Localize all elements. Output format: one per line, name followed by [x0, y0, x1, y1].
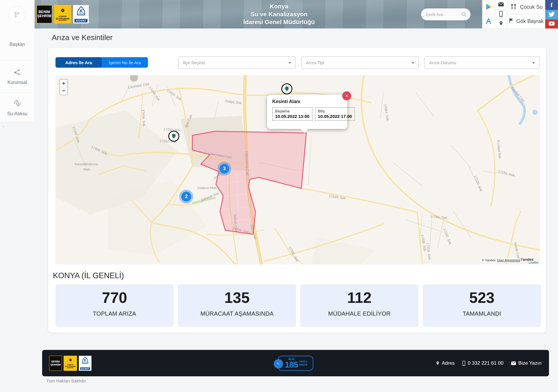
outage-pin-marker[interactable] [168, 131, 179, 142]
cocuk-su-button[interactable]: Çocuk Su [507, 0, 545, 14]
popup-close-button[interactable]: ✕ [342, 91, 351, 100]
stat-label: TAMAMLANDI [423, 310, 541, 317]
alo-line1: ARIZA [299, 360, 307, 363]
benim-line1: BENİM [38, 10, 50, 14]
facebook-button[interactable]: f [545, 0, 558, 10]
water-recycle-icon [13, 99, 22, 109]
sidebar-item-su-atiksu[interactable]: Su-Atıksu [0, 93, 35, 122]
konya-emblem-icon [60, 8, 66, 15]
mobile-button[interactable] [495, 10, 507, 19]
footer: BENİM ŞEHRİM KONYA BÜYÜKŞEHİR BELEDİYESİ… [42, 350, 549, 376]
twitter-button[interactable] [545, 10, 558, 19]
stats-heading: KONYA (İL GENELİ) [53, 271, 124, 280]
benim-line2: ŞEHRİM [37, 14, 51, 18]
header: BENİM ŞEHRİM KONYA BÜYÜKŞEHİR BELEDİYESİ… [0, 0, 558, 28]
district-select-value: İlçe Seçiniz [183, 60, 205, 65]
koski-arch-icon: K [81, 357, 90, 366]
stat-value: 770 [56, 289, 174, 306]
alo-number: 185 [285, 361, 298, 369]
koski-logo[interactable]: K KOSKİ [73, 5, 89, 24]
fault-status-select[interactable]: Arıza Durumu [424, 56, 539, 69]
page: { "header": { "title": { "line1": "Konya… [0, 0, 558, 392]
google-play-icon [485, 3, 492, 12]
map-zoom-control: + − [59, 79, 68, 95]
popup-start-label: Başlama: [275, 109, 310, 113]
email-button[interactable] [495, 0, 507, 10]
map-attribution: © Yandex User Agreement [481, 258, 521, 262]
leaflet-link[interactable]: Leaflet [529, 261, 538, 264]
location-button[interactable] [495, 19, 507, 28]
footer-write-link[interactable]: Bize Yazın [511, 360, 541, 366]
footer-logos: BENİM ŞEHRİM KONYA BÜYÜKŞEHİR BELEDİYESİ… [49, 356, 92, 371]
popup-end-label: Bitiş: [318, 109, 352, 113]
sidebar-item-baskan[interactable]: Başkan [0, 28, 35, 60]
footer-phone-number: 0 332 221 61 00 [468, 360, 503, 366]
popup-tail [301, 129, 308, 137]
header-search [421, 8, 471, 20]
envelope-icon [511, 361, 516, 365]
search-icon[interactable] [461, 11, 467, 18]
site-title-line3: İdaresi Genel Müdürlüğü [174, 18, 384, 26]
stat-value: 523 [423, 289, 541, 306]
sidebar-item-kurumsal[interactable]: Kurumsal [0, 60, 35, 93]
stat-card-tamamlandi: 523 TAMAMLANDI [423, 284, 541, 327]
footer-address-link[interactable]: Adres [436, 360, 455, 366]
envelope-icon [498, 2, 504, 8]
sidebar-item-label: Kurumsal [8, 80, 27, 85]
search-mode-tabs: Adres İle Ara İşemri No İle Ara [56, 57, 148, 68]
phone-icon [274, 359, 283, 368]
search-input[interactable] [426, 12, 459, 17]
tab-isemri-no-ile-ara[interactable]: İşemri No İle Ara [102, 57, 148, 68]
children-icon [510, 4, 517, 11]
copyright-text: Tüm Hakları Saklıdır. [46, 378, 87, 383]
stat-label: MÜDAHALE EDİLİYOR [300, 310, 419, 317]
zoom-out-button[interactable]: − [60, 87, 67, 95]
google-play-button[interactable] [482, 0, 495, 14]
fault-type-select-value: Arıza Tipi [306, 60, 324, 65]
twitter-icon [548, 12, 555, 18]
konya-buyuksehir-logo-footer[interactable]: KONYA BÜYÜKŞEHİR BELEDİYESİ [64, 356, 77, 371]
green-pin-icon [171, 133, 177, 139]
popup-title: Kesinti Alanı [272, 99, 342, 104]
site-title-line2: Su ve Kanalizasyon [174, 10, 384, 18]
share-nodes-icon [13, 68, 21, 77]
mobile-phone-icon [499, 11, 503, 18]
popup-start-box: Başlama: 10.05.2022 13:00 [272, 107, 312, 121]
app-store-button[interactable] [482, 14, 495, 28]
user-agreement-link[interactable]: User Agreement [497, 258, 520, 262]
tab-adres-ile-ara[interactable]: Adres İle Ara [56, 57, 102, 68]
stat-value: 112 [300, 289, 419, 306]
youtube-button[interactable] [545, 19, 558, 28]
benim-sehrim-logo-footer[interactable]: BENİM ŞEHRİM [49, 356, 62, 371]
benim-sehrim-logo[interactable]: BENİM ŞEHRİM [36, 5, 52, 24]
cluster-marker[interactable]: 2 [179, 190, 193, 204]
cluster-count: 2 [181, 191, 192, 202]
district-select[interactable]: İlçe Seçiniz [178, 56, 296, 69]
koski-logo-footer[interactable]: K KOSKİ [79, 356, 92, 371]
stat-card-muracaat: 135 MÜRACAAT AŞAMASINDA [178, 284, 296, 327]
popup-start-value: 10.05.2022 13:00 [275, 114, 310, 119]
konya-emblem-icon [68, 358, 73, 364]
konya-line1: KONYA [59, 15, 66, 18]
map-canvas[interactable]: Çayirbaşı Cad.17406. Sok17404. Sok.17416… [56, 75, 540, 265]
stat-card-toplam-ariza: 770 TOPLAM ARIZA [56, 284, 174, 327]
cluster-marker[interactable]: 3 [217, 162, 231, 176]
stat-label: MÜRACAAT AŞAMASINDA [178, 310, 296, 317]
sidebar-menu-button[interactable] [8, 6, 25, 23]
zoom-in-button[interactable]: + [60, 80, 67, 87]
konya-buyuksehir-logo[interactable]: KONYA BÜYÜKŞEHİR BELEDİYESİ [54, 5, 71, 24]
stray-dot: . [3, 123, 4, 128]
popup-end-box: Bitiş: 10.05.2022 17:00 [315, 107, 355, 121]
fault-type-select[interactable]: Arıza Tipi [301, 56, 419, 69]
alo-line2: İHBAR [299, 363, 307, 366]
footer-phone-link[interactable]: 0 332 221 61 00 [462, 360, 503, 366]
header-logos: BENİM ŞEHRİM KONYA BÜYÜKŞEHİR BELEDİYESİ… [36, 5, 89, 24]
footer-address-label: Adres [442, 360, 455, 366]
svg-text:K: K [79, 8, 83, 14]
outage-pin-marker[interactable] [281, 83, 292, 94]
chevron-down-icon [288, 62, 291, 64]
konya-line3: BELEDİYESİ [59, 20, 67, 21]
facebook-icon: f [551, 1, 553, 9]
gok-bayrak-button[interactable]: Gök Bayrak [507, 14, 545, 28]
chevron-down-icon [532, 62, 535, 64]
